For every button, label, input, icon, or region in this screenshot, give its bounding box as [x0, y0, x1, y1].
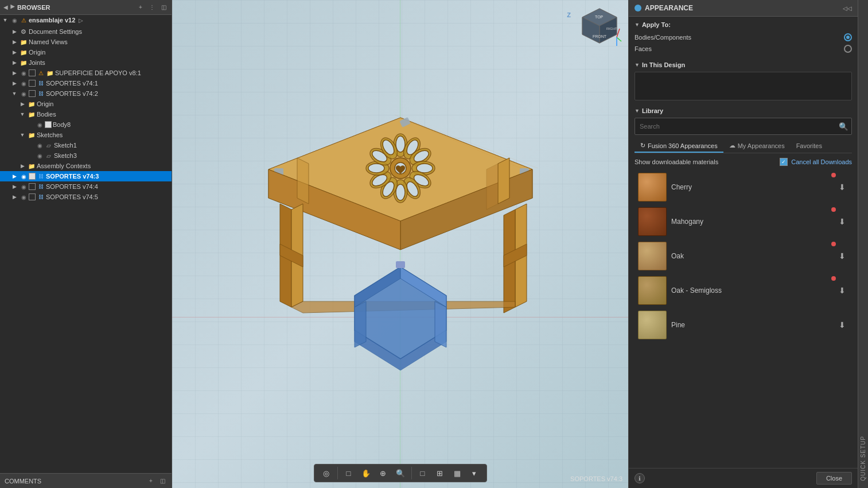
bottom-toolbar: ◎ □ ✋ ⊕ 🔍 □ ⊞ ▦ ▾ [314, 464, 487, 482]
eye-icon-sop5[interactable] [20, 193, 28, 201]
table-model-svg [234, 83, 567, 382]
info-icon[interactable]: ℹ [635, 473, 645, 483]
snap-btn[interactable]: ◎ [319, 467, 334, 479]
search-button[interactable]: 🔍 [835, 118, 851, 134]
browser-settings-btn[interactable]: ⋮ [147, 3, 157, 12]
frame-btn[interactable]: □ [341, 467, 356, 479]
material-item-oak-semi[interactable]: Oak - Semigloss ⬇ [635, 274, 852, 307]
link-icon-sop2 [37, 90, 45, 98]
tree-item-sketch3[interactable]: ▱ Sketch3 [0, 150, 172, 161]
bodies-arrow [18, 110, 26, 118]
oak-semi-dot [831, 276, 836, 281]
eye-icon-sop1[interactable] [20, 79, 28, 87]
pine-download-btn[interactable]: ⬇ [836, 319, 848, 331]
mahogany-name: Mahogany [671, 218, 831, 226]
tree-item-sop-v741[interactable]: SOPORTES v74:1 [0, 78, 172, 88]
search-input[interactable] [635, 120, 835, 133]
sketch3-arrow [26, 152, 34, 160]
bodies-label: Bodies/Components [635, 34, 839, 41]
eye-icon-body8[interactable] [36, 121, 44, 129]
tree-item-sup-apoyo[interactable]: 📁 SUPERFICIE DE APOYO v8:1 [0, 68, 172, 78]
tab-favorites[interactable]: Favorites [791, 140, 828, 153]
orbit-btn[interactable]: ⊕ [376, 467, 391, 479]
pan-btn[interactable]: ✋ [359, 467, 373, 479]
tab-my-appearances[interactable]: ☁ My Appearances [723, 140, 791, 153]
zoom-btn[interactable]: 🔍 [393, 467, 408, 479]
tree-item-bodies[interactable]: 📁 Bodies [0, 109, 172, 119]
show-downloads-checkbox[interactable]: ✓ [780, 158, 788, 166]
comments-bar: COMMENTS + ◫ [0, 473, 172, 488]
mahogany-download-btn[interactable]: ⬇ [836, 215, 848, 228]
assembly-root[interactable]: ensamblaje v12 ▷ [0, 15, 172, 25]
sketches-label: Sketches [37, 131, 63, 138]
box-icon-sop3 [29, 173, 36, 180]
assembly-link-icon: ▷ [79, 17, 83, 24]
library-title: Library [642, 107, 663, 114]
browser-expand-icon[interactable]: ◀ [10, 4, 15, 10]
tree-item-sop-v744[interactable]: SOPORTES v74:4 [0, 181, 172, 192]
apply-to-header[interactable]: ▼ Apply To: [635, 21, 852, 28]
browser-add-btn[interactable]: + [136, 3, 145, 12]
main-viewport: Z FRONT RIGHT TOP [172, 0, 628, 488]
sop1-arrow [10, 79, 18, 87]
cherry-download-btn[interactable]: ⬇ [836, 181, 848, 193]
tree-item-sketches[interactable]: 📁 Sketches [0, 130, 172, 140]
eye-icon-sop2[interactable] [20, 90, 28, 98]
tree-item-named-views[interactable]: 📁 Named Views [0, 37, 172, 47]
oak-semi-download-btn[interactable]: ⬇ [836, 284, 848, 297]
comments-resize-btn[interactable]: ◫ [158, 477, 167, 486]
folder8-icon: 📁 [28, 162, 36, 170]
material-item-pine[interactable]: Pine ⬇ [635, 308, 852, 342]
tree-item-body8[interactable]: Body8 [0, 119, 172, 130]
eye-icon-sk3[interactable] [36, 152, 44, 160]
view-dropdown-btn[interactable]: ▾ [467, 467, 482, 479]
material-item-oak[interactable]: Oak ⬇ [635, 239, 852, 273]
oak-thumb [638, 242, 667, 270]
eye-icon-sup[interactable] [20, 69, 28, 77]
tab-my-appearances-label: My Appearances [738, 142, 785, 149]
viewcube[interactable]: FRONT RIGHT TOP [577, 6, 622, 52]
cherry-name: Cherry [671, 183, 831, 191]
doc-settings-arrow [10, 28, 18, 36]
tree-item-sop-v743[interactable]: ◉ ⛓ SOPORTES v74:3 [0, 171, 172, 181]
eye-icon-sop4[interactable] [20, 183, 28, 191]
close-button[interactable]: Close [816, 472, 852, 485]
display-btn[interactable]: □ [415, 467, 430, 479]
assembly-warn-icon [20, 16, 28, 24]
faces-radio[interactable] [844, 45, 852, 53]
in-design-header[interactable]: ▼ In This Design [635, 61, 852, 68]
tree-item-origin-child[interactable]: 📁 Origin [0, 99, 172, 109]
svg-marker-44 [486, 164, 498, 210]
bodies-radio[interactable] [844, 33, 852, 41]
tree-item-sop-v745[interactable]: SOPORTES v74:5 [0, 192, 172, 202]
library-header[interactable]: ▼ Library [635, 107, 852, 114]
grid-btn[interactable]: ⊞ [433, 467, 447, 479]
browser-tree: ⚙ Document Settings 📁 Named Views 📁 Orig… [0, 25, 172, 473]
view-btn[interactable]: ▦ [450, 467, 465, 479]
material-item-cherry[interactable]: Cherry ⬇ [635, 171, 852, 204]
tree-item-doc-settings[interactable]: ⚙ Document Settings [0, 26, 172, 37]
tree-item-assembly-ctx[interactable]: 📁 Assembly Contexts [0, 161, 172, 171]
pine-name: Pine [671, 321, 831, 329]
viewcube-svg[interactable]: FRONT RIGHT TOP [577, 6, 622, 52]
eye-icon-sk1[interactable] [36, 141, 44, 149]
tab-fusion360[interactable]: ↻ Fusion 360 Appearances [635, 140, 723, 153]
tree-item-sketch1[interactable]: ▱ Sketch1 [0, 140, 172, 150]
appearance-pin-btn[interactable]: ◁◁ [843, 3, 852, 13]
sop1-label: SOPORTES v74:1 [46, 80, 98, 87]
material-item-mahogany[interactable]: Mahogany ⬇ [635, 205, 852, 238]
oak-download-btn[interactable]: ⬇ [836, 250, 848, 262]
assembly-ctx-label: Assembly Contexts [37, 162, 91, 169]
pine-dot [831, 311, 836, 315]
browser-resize-btn[interactable]: ◫ [159, 3, 168, 12]
eye-icon-sop3[interactable]: ◉ [20, 172, 28, 180]
tree-item-origin[interactable]: 📁 Origin [0, 47, 172, 57]
assembly-eyevis-icon[interactable] [10, 16, 18, 24]
browser-collapse-icon[interactable]: ◀ [3, 4, 8, 10]
tree-item-joints[interactable]: 📁 Joints [0, 57, 172, 68]
show-downloads-row: Show downloadable materials ✓ Cancel all… [635, 158, 852, 166]
cancel-downloads-btn[interactable]: Cancel all Downloads [791, 158, 852, 165]
comments-add-btn[interactable]: + [146, 477, 155, 486]
tree-item-sop-v742[interactable]: SOPORTES v74:2 [0, 88, 172, 99]
folder5-icon: 📁 [28, 100, 36, 108]
